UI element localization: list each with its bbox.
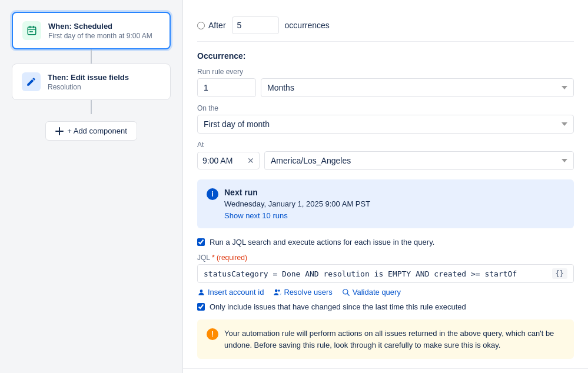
search-icon xyxy=(342,288,350,297)
svg-rect-5 xyxy=(31,31,32,32)
on-the-label: On the xyxy=(197,104,574,112)
add-component-label: + Add component xyxy=(67,126,127,135)
time-clear-button[interactable]: ✕ xyxy=(247,156,254,165)
jql-checkbox-label: Run a JQL search and execute actions for… xyxy=(210,238,434,247)
trigger-node[interactable]: When: Scheduled First day of the month a… xyxy=(12,12,171,49)
trigger-node-icon xyxy=(22,21,41,40)
after-radio[interactable] xyxy=(197,22,205,29)
connector-1 xyxy=(91,49,92,64)
period-select[interactable]: Months Days Weeks Years xyxy=(261,78,574,97)
trigger-node-title: When: Scheduled xyxy=(48,22,152,31)
svg-point-7 xyxy=(275,289,278,292)
time-input[interactable] xyxy=(202,156,244,165)
only-include-label: Only include issues that have changed si… xyxy=(210,302,466,311)
jql-label-text: JQL xyxy=(197,254,210,262)
at-label: At xyxy=(197,141,574,149)
validate-query-link[interactable]: Validate query xyxy=(342,288,401,297)
action-node-text: Then: Edit issue fields Resolution xyxy=(48,73,129,91)
occurrences-label: occurrences xyxy=(285,21,330,30)
warning-icon: ! xyxy=(207,328,218,340)
jql-label: JQL * (required) xyxy=(197,254,574,262)
only-include-checkbox[interactable] xyxy=(197,303,205,311)
svg-rect-0 xyxy=(28,27,36,35)
run-rule-label: Run rule every xyxy=(197,68,574,76)
jql-input[interactable] xyxy=(204,269,547,278)
jql-required-text: * (required) xyxy=(212,254,247,262)
resolve-users-link[interactable]: Resolve users xyxy=(273,288,332,297)
svg-line-10 xyxy=(347,293,350,295)
occurrence-section-title: Occurrence: xyxy=(197,51,574,61)
on-the-select[interactable]: First day of month Last day of month Spe… xyxy=(197,115,574,134)
next-run-content: Next run Wednesday, January 1, 2025 9:00… xyxy=(224,188,370,220)
next-run-date: Wednesday, January 1, 2025 9:00 AM PST xyxy=(224,199,370,208)
jql-checkbox[interactable] xyxy=(197,238,205,246)
time-input-wrap: ✕ xyxy=(197,152,260,169)
info-icon: i xyxy=(207,188,218,200)
trigger-node-subtitle: First day of the month at 9:00 AM xyxy=(48,32,152,40)
after-input[interactable] xyxy=(232,16,279,34)
action-node-icon xyxy=(22,72,41,91)
left-panel: When: Scheduled First day of the month a… xyxy=(0,0,182,373)
run-rule-row: Months Days Weeks Years xyxy=(197,78,574,97)
add-component-button[interactable]: + Add component xyxy=(45,121,137,141)
jql-brace: {} xyxy=(552,268,567,279)
warning-text: Your automation rule will perform action… xyxy=(224,328,564,351)
svg-point-6 xyxy=(200,289,203,292)
jql-input-wrap: {} xyxy=(197,264,574,283)
after-row: After occurrences xyxy=(197,9,574,42)
svg-rect-4 xyxy=(29,31,31,32)
trigger-node-text: When: Scheduled First day of the month a… xyxy=(48,22,152,40)
jql-actions: Insert account id Resolve users Validate… xyxy=(197,288,574,297)
next-run-box: i Next run Wednesday, January 1, 2025 9:… xyxy=(197,179,574,228)
only-include-row: Only include issues that have changed si… xyxy=(197,302,574,311)
after-radio-label[interactable]: After xyxy=(197,21,226,30)
svg-point-8 xyxy=(278,289,281,292)
after-label: After xyxy=(208,21,226,30)
jql-checkbox-row: Run a JQL search and execute actions for… xyxy=(197,238,574,247)
people-icon xyxy=(273,288,281,297)
person-icon xyxy=(197,288,205,297)
at-row: ✕ America/Los_Angeles America/New_York U… xyxy=(197,151,574,170)
next-run-title: Next run xyxy=(224,188,370,197)
right-panel: After occurrences Occurrence: Run rule e… xyxy=(182,0,588,373)
run-rule-input[interactable] xyxy=(197,78,256,97)
action-node[interactable]: Then: Edit issue fields Resolution xyxy=(12,64,171,100)
connector-2 xyxy=(91,100,92,114)
plus-icon xyxy=(55,127,64,135)
insert-account-id-link[interactable]: Insert account id xyxy=(197,288,264,297)
warning-box: ! Your automation rule will perform acti… xyxy=(197,319,574,359)
action-node-title: Then: Edit issue fields xyxy=(48,73,129,82)
timezone-select[interactable]: America/Los_Angeles America/New_York UTC xyxy=(264,151,574,170)
show-next-runs-link[interactable]: Show next 10 runs xyxy=(224,211,288,220)
right-content: After occurrences Occurrence: Run rule e… xyxy=(183,0,588,368)
right-footer: Back Next xyxy=(183,368,588,373)
action-node-subtitle: Resolution xyxy=(48,83,129,91)
